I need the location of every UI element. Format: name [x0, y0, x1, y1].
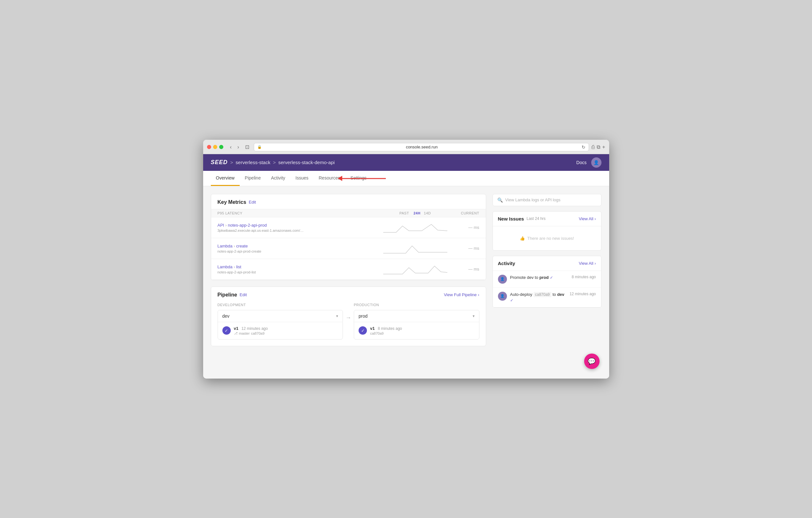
metrics-table-header: P95 Latency PAST 24H 14D CURRENT — [211, 209, 486, 217]
metric-value-list: — ms — [447, 267, 480, 271]
deploy-info-dev: v1 12 minutes ago ⎇ master ca870a9 — [234, 326, 338, 335]
stage-header-dev: DEVELOPMENT — [218, 303, 343, 307]
deploy-version-dev: v1 12 minutes ago — [234, 326, 338, 331]
chevron-down-icon-prod: ▾ — [473, 314, 474, 318]
metric-type-list[interactable]: Lambda — [218, 264, 233, 269]
header-right: Docs 👤 — [577, 157, 602, 168]
check-icon-2: ✓ — [510, 298, 513, 303]
metric-link-list[interactable]: list — [236, 264, 241, 269]
breadcrumb-stack[interactable]: serverless-stack-demo-api — [278, 160, 335, 165]
pipeline-edit[interactable]: Edit — [240, 292, 247, 297]
branch-icon-dev: ⎇ — [234, 332, 238, 335]
back-button[interactable]: ‹ — [229, 144, 233, 151]
metric-name-create: Lambda › create — [218, 243, 383, 249]
metric-info-list: Lambda › list notes-app-2-api-prod-list — [218, 264, 383, 274]
env-name-dev: dev — [222, 314, 230, 319]
pipeline-stage-prod: PRODUCTION prod ▾ ✓ — [354, 303, 480, 340]
search-box[interactable]: 🔍 View Lambda logs or API logs — [493, 194, 602, 206]
tab-activity[interactable]: Activity — [266, 171, 290, 186]
key-metrics-card: Key Metrics Edit P95 Latency PAST 24H 14… — [211, 194, 486, 280]
sidebar-toggle-button[interactable]: ⊡ — [243, 143, 251, 151]
stage-header-prod: PRODUCTION — [354, 303, 480, 307]
pipeline-card: Pipeline Edit View Full Pipeline › DEVEL… — [211, 287, 486, 346]
browser-controls: ‹ › ⊡ 🔒 console.seed.run ↻ ⎙ ⧉ + — [207, 143, 605, 151]
col-24h[interactable]: 24H — [413, 211, 420, 215]
browser-chrome: ‹ › ⊡ 🔒 console.seed.run ↻ ⎙ ⧉ + — [203, 140, 609, 154]
main-content: Key Metrics Edit P95 Latency PAST 24H 14… — [203, 186, 609, 379]
commit-dev: ca870a9 — [251, 332, 264, 335]
tab-overview[interactable]: Overview — [211, 171, 240, 186]
docs-link[interactable]: Docs — [577, 160, 587, 165]
commit-prod: ca870a9 — [370, 332, 383, 335]
metric-info-api: API › notes-app-2-api-prod 3pkwibawa2.ex… — [218, 223, 383, 232]
metric-link-api[interactable]: notes-app-2-api-prod — [228, 223, 267, 228]
activity-avatar-2: 👤 — [498, 292, 507, 301]
env-card-prod: prod ▾ ✓ v1 8 minutes ago — [354, 310, 480, 340]
deploy-time-prod: 8 minutes ago — [378, 326, 402, 331]
env-selector-prod[interactable]: prod ▾ — [354, 310, 479, 322]
deploy-meta-dev: ⎇ master ca870a9 — [234, 332, 338, 335]
minimize-button[interactable] — [213, 145, 217, 149]
tab-duplicate-button[interactable]: ⧉ — [597, 144, 600, 150]
breadcrumb-sep-1: > — [230, 160, 233, 165]
pipeline-body: DEVELOPMENT dev ▾ ✓ — [211, 303, 486, 346]
commit-tag: ca870a9 — [533, 292, 551, 297]
pipeline-title-area: Pipeline Edit — [218, 292, 247, 298]
env-selector-dev[interactable]: dev ▾ — [218, 310, 343, 322]
chart-svg-api — [383, 221, 447, 234]
view-full-pipeline-link[interactable]: View Full Pipeline › — [444, 292, 479, 297]
share-button[interactable]: ⎙ — [591, 144, 595, 150]
metric-sub-api: 3pkwibawa2.execute-api.us-east-1.amazona… — [218, 229, 383, 232]
activity-view-all-link[interactable]: View All › — [579, 261, 596, 266]
metric-link-create[interactable]: create — [236, 243, 248, 249]
metric-value-api: — ms — [447, 225, 480, 230]
close-button[interactable] — [207, 145, 211, 149]
deploy-version-prod: v1 8 minutes ago — [370, 326, 474, 331]
search-placeholder-text: View Lambda logs or API logs — [505, 198, 597, 202]
key-metrics-title: Key Metrics — [218, 199, 246, 205]
tab-pipeline[interactable]: Pipeline — [240, 171, 266, 186]
metric-row-create: Lambda › create notes-app-2-api-prod-cre… — [211, 238, 486, 259]
key-metrics-edit[interactable]: Edit — [249, 200, 256, 204]
issues-header: New Issues Last 24 hrs View All › — [493, 211, 601, 226]
pipeline-stage-dev: DEVELOPMENT dev ▾ ✓ — [218, 303, 343, 340]
env-deploy-prod: ✓ v1 8 minutes ago ca870a9 — [354, 322, 479, 339]
metric-chart-api — [383, 221, 447, 234]
issues-title: New Issues — [498, 216, 524, 222]
search-icon: 🔍 — [497, 198, 503, 203]
activity-item-1: 👤 Promote dev to prod ✓ 8 minutes ago — [493, 271, 601, 288]
env-name-prod: prod — [358, 314, 368, 319]
address-bar[interactable]: 🔒 console.seed.run ↻ — [254, 143, 589, 151]
new-tab-button[interactable]: + — [602, 144, 605, 150]
fullscreen-button[interactable] — [219, 145, 223, 149]
branch-name-dev: master — [239, 332, 250, 335]
tab-resources[interactable]: Resources — [314, 171, 345, 186]
browser-actions: ⎙ ⧉ + — [591, 144, 605, 150]
metric-arrow-create: › — [234, 243, 236, 249]
activity-text-2: Auto-deploy ca870a9 to dev ✓ — [510, 292, 567, 303]
reload-button[interactable]: ↻ — [582, 145, 585, 150]
chat-fab-button[interactable]: 💬 — [584, 353, 600, 369]
no-issues-text: There are no new issues! — [527, 236, 574, 241]
tab-settings[interactable]: Settings — [345, 171, 372, 186]
chart-svg-create — [383, 242, 447, 255]
deploy-info-prod: v1 8 minutes ago ca870a9 — [370, 326, 474, 335]
key-metrics-header: Key Metrics Edit — [211, 194, 486, 209]
activity-title: Activity — [498, 261, 515, 266]
main-wrapper: Key Metrics Edit P95 Latency PAST 24H 14… — [203, 186, 609, 379]
breadcrumb-project[interactable]: serverless-stack — [235, 160, 270, 165]
metric-type-api[interactable]: API — [218, 223, 224, 228]
deploy-status-prod: ✓ — [358, 326, 367, 335]
activity-time-1: 8 minutes ago — [572, 275, 596, 279]
col-current: CURRENT — [447, 211, 480, 215]
browser-window: ‹ › ⊡ 🔒 console.seed.run ↻ ⎙ ⧉ + SEED > … — [203, 140, 609, 379]
forward-button[interactable]: › — [236, 144, 241, 151]
seed-logo[interactable]: SEED — [211, 159, 228, 166]
issues-view-all-link[interactable]: View All › — [579, 217, 596, 221]
col-past: PAST 24H 14D — [383, 211, 447, 215]
avatar[interactable]: 👤 — [591, 157, 602, 168]
activity-card: Activity View All › 👤 Promote dev to pro… — [493, 256, 602, 308]
tab-issues[interactable]: Issues — [290, 171, 313, 186]
col-14d[interactable]: 14D — [424, 211, 431, 215]
metric-type-create[interactable]: Lambda — [218, 243, 233, 249]
